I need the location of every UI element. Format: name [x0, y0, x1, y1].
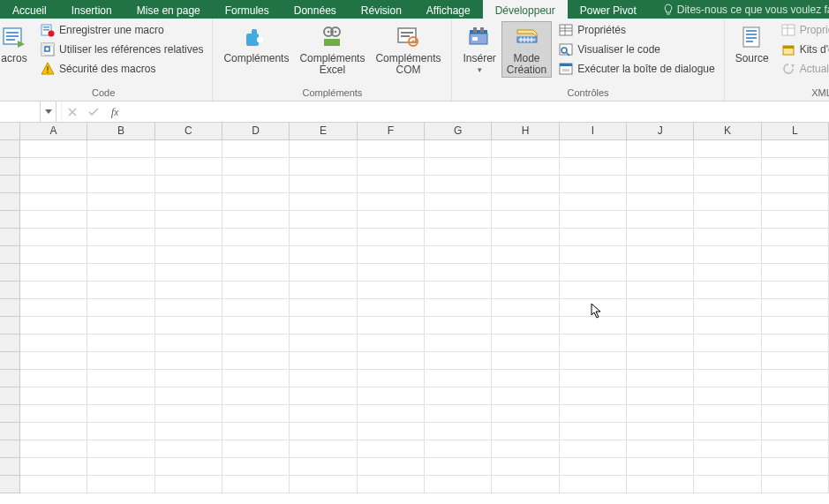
- cell[interactable]: [425, 458, 492, 476]
- expansion-packs-button[interactable]: Kits d'extension: [778, 41, 829, 58]
- cell[interactable]: [762, 387, 829, 405]
- row-header[interactable]: [0, 176, 20, 193]
- cell[interactable]: [560, 282, 627, 299]
- cell[interactable]: [290, 140, 357, 158]
- relative-refs-button[interactable]: Utiliser les références relatives: [37, 41, 207, 58]
- row-header[interactable]: [0, 440, 20, 458]
- cell[interactable]: [222, 176, 290, 193]
- column-header[interactable]: I: [560, 123, 627, 139]
- cell[interactable]: [222, 423, 290, 440]
- cell[interactable]: [560, 440, 627, 458]
- tab-developpeur[interactable]: Développeur: [483, 0, 568, 19]
- cell[interactable]: [762, 476, 829, 493]
- cell[interactable]: [358, 476, 425, 493]
- cell[interactable]: [20, 211, 87, 229]
- cell[interactable]: [87, 246, 154, 264]
- cell[interactable]: [290, 211, 357, 229]
- cell[interactable]: [358, 317, 425, 335]
- cell[interactable]: [290, 193, 357, 211]
- cell[interactable]: [560, 387, 627, 405]
- cell[interactable]: [20, 352, 87, 370]
- cell[interactable]: [358, 352, 425, 370]
- column-header[interactable]: D: [222, 123, 290, 139]
- cell[interactable]: [694, 246, 761, 264]
- cell[interactable]: [627, 211, 694, 229]
- cell[interactable]: [155, 370, 222, 387]
- cell[interactable]: [627, 352, 694, 370]
- cell[interactable]: [20, 299, 87, 317]
- cell[interactable]: [87, 229, 154, 246]
- cell[interactable]: [155, 299, 222, 317]
- cell[interactable]: [290, 229, 357, 246]
- insert-function-button[interactable]: fx: [104, 102, 125, 122]
- cell[interactable]: [762, 317, 829, 335]
- cell[interactable]: [694, 211, 761, 229]
- cell[interactable]: [290, 282, 357, 299]
- cell[interactable]: [20, 246, 87, 264]
- cell[interactable]: [762, 370, 829, 387]
- cell[interactable]: [762, 158, 829, 176]
- cell[interactable]: [20, 264, 87, 282]
- cell[interactable]: [762, 211, 829, 229]
- cell[interactable]: [425, 440, 492, 458]
- cell[interactable]: [627, 176, 694, 193]
- cell[interactable]: [560, 176, 627, 193]
- cell[interactable]: [560, 335, 627, 352]
- tab-accueil[interactable]: Accueil: [0, 0, 59, 19]
- cell[interactable]: [492, 246, 559, 264]
- row-header[interactable]: [0, 335, 20, 352]
- cell[interactable]: [425, 229, 492, 246]
- cell[interactable]: [762, 405, 829, 423]
- cell[interactable]: [155, 193, 222, 211]
- cell[interactable]: [425, 140, 492, 158]
- row-header[interactable]: [0, 282, 20, 299]
- cell[interactable]: [20, 282, 87, 299]
- row-header[interactable]: [0, 387, 20, 405]
- cell[interactable]: [694, 370, 761, 387]
- cell[interactable]: [222, 370, 290, 387]
- column-header[interactable]: G: [425, 123, 492, 139]
- cell[interactable]: [425, 335, 492, 352]
- cell[interactable]: [20, 387, 87, 405]
- cell[interactable]: [627, 335, 694, 352]
- cell[interactable]: [358, 176, 425, 193]
- cell[interactable]: [762, 423, 829, 440]
- cell[interactable]: [492, 458, 559, 476]
- tab-formules[interactable]: Formules: [213, 0, 282, 19]
- cell[interactable]: [358, 246, 425, 264]
- cell[interactable]: [358, 264, 425, 282]
- cell[interactable]: [492, 440, 559, 458]
- row-header[interactable]: [0, 317, 20, 335]
- cell[interactable]: [627, 423, 694, 440]
- cell[interactable]: [155, 476, 222, 493]
- cell[interactable]: [694, 458, 761, 476]
- cell[interactable]: [627, 317, 694, 335]
- cell[interactable]: [290, 299, 357, 317]
- cell[interactable]: [694, 335, 761, 352]
- cell[interactable]: [492, 229, 559, 246]
- cell[interactable]: [87, 458, 154, 476]
- cell[interactable]: [155, 405, 222, 423]
- cell[interactable]: [560, 193, 627, 211]
- cell[interactable]: [358, 158, 425, 176]
- excel-addins-button[interactable]: Compléments Excel: [294, 21, 370, 78]
- cell[interactable]: [358, 140, 425, 158]
- cell[interactable]: [560, 158, 627, 176]
- cell[interactable]: [762, 229, 829, 246]
- cell[interactable]: [222, 335, 290, 352]
- cell[interactable]: [694, 176, 761, 193]
- cell[interactable]: [560, 476, 627, 493]
- cell[interactable]: [222, 299, 290, 317]
- cell[interactable]: [222, 317, 290, 335]
- column-header[interactable]: L: [762, 123, 829, 139]
- name-box[interactable]: [0, 102, 41, 122]
- cell[interactable]: [290, 246, 357, 264]
- cell[interactable]: [358, 193, 425, 211]
- cell[interactable]: [560, 299, 627, 317]
- cell[interactable]: [155, 335, 222, 352]
- cell[interactable]: [358, 282, 425, 299]
- cell[interactable]: [290, 387, 357, 405]
- cell[interactable]: [155, 387, 222, 405]
- cell[interactable]: [762, 335, 829, 352]
- cell[interactable]: [762, 458, 829, 476]
